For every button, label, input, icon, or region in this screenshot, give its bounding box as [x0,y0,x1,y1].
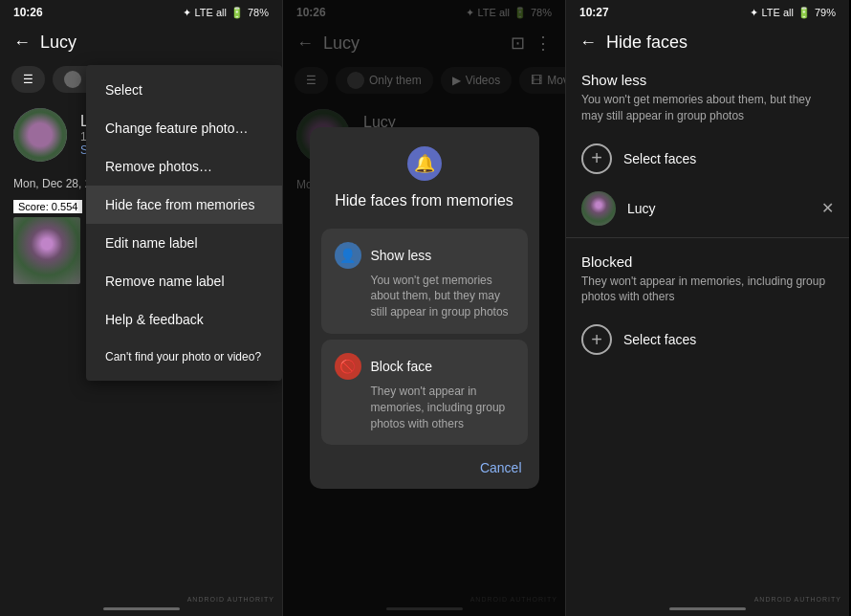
score-badge-1: Score: 0.554 [13,200,82,213]
menu-item-help[interactable]: Help & feedback [86,300,282,339]
select-faces-label-1: Select faces [623,151,696,166]
modal-backdrop: 🔔 Hide faces from memories 👤 Show less Y… [283,0,565,616]
android-authority-1: ANDROID AUTHORITY [187,596,274,603]
battery-text-1: 78% [248,7,269,18]
add-face-button-1[interactable]: + [581,143,612,174]
bell-emoji: 🔔 [414,153,435,174]
block-face-desc: They won't appear in memories, including… [371,384,514,431]
filter-icon: ☰ [23,73,33,86]
menu-item-cant-find[interactable]: Can't find your photo or video? [86,339,282,375]
panel-2: 10:26 ✦ LTE all 🔋 78% ← Lucy ⊡ ⋮ ☰ Only … [283,0,566,616]
blocked-section-desc: They won't appear in memories, including… [566,274,849,316]
show-less-desc: You won't get memories about them, but t… [371,273,514,320]
signal-text-1: LTE all [195,7,227,18]
face-person-close-lucy[interactable]: ✕ [821,199,834,217]
menu-item-hide-face[interactable]: Hide face from memories [86,186,282,224]
nav-title-3: Hide faces [606,33,687,53]
android-authority-3: ANDROID AUTHORITY [754,596,841,603]
status-time-3: 10:27 [579,6,609,19]
photo-thumb-1[interactable] [13,217,80,284]
face-person-avatar-lucy [581,191,616,226]
battery-text-3: 79% [815,7,836,18]
back-button-1[interactable]: ← [13,33,31,53]
divider-1 [566,237,849,238]
menu-item-remove-name[interactable]: Remove name label [86,262,282,300]
hide-faces-modal: 🔔 Hide faces from memories 👤 Show less Y… [310,127,539,490]
modal-bell-icon: 🔔 [407,146,442,181]
modal-header: 🔔 [310,127,539,192]
top-nav-1: ← Lucy [0,25,282,60]
face-person-name-lucy: Lucy [627,201,810,216]
menu-item-edit-name[interactable]: Edit name label [86,224,282,262]
face-person-row-lucy: Lucy ✕ [566,184,849,233]
block-emoji: 🚫 [339,359,356,374]
show-less-section-title: Show less [566,60,849,92]
context-menu-1: Select Change feature photo… Remove phot… [86,65,282,381]
status-bar-1: 10:26 ✦ LTE all 🔋 78% [0,0,282,25]
select-faces-row-2[interactable]: + Select faces [566,315,849,364]
wifi-icon-3: ✦ [750,7,758,19]
status-bar-3: 10:27 ✦ LTE all 🔋 79% [566,0,849,25]
blocked-section-title: Blocked [566,242,849,274]
block-icon: 🚫 [335,353,361,380]
menu-item-select[interactable]: Select [86,71,282,109]
avatar-image-1 [13,108,67,162]
person-icon: 👤 [339,248,356,263]
modal-option-show-less[interactable]: 👤 Show less You won't get memories about… [321,229,528,334]
modal-option-block-face[interactable]: 🚫 Block face They won't appear in memori… [321,340,528,445]
select-faces-label-2: Select faces [623,332,696,347]
wifi-icon: ✦ [183,7,191,19]
select-faces-row-1[interactable]: + Select faces [566,134,849,184]
show-less-label: Show less [371,248,432,263]
person-avatar-1 [13,108,67,162]
battery-icon-3: 🔋 [797,7,811,19]
top-nav-3: ← Hide faces [566,25,849,60]
chip-filter-icon[interactable]: ☰ [11,66,45,93]
show-less-icon: 👤 [335,242,361,269]
chip-avatar-1 [64,71,81,88]
bottom-bar-3 [669,607,746,610]
menu-item-change-feature[interactable]: Change feature photo… [86,109,282,147]
bottom-bar-1 [103,607,180,610]
menu-item-remove-photos[interactable]: Remove photos… [86,147,282,186]
photo-thumb-image-1 [13,217,80,284]
status-icons-1: ✦ LTE all 🔋 78% [183,7,269,19]
status-icons-3: ✦ LTE all 🔋 79% [750,7,836,19]
back-button-3[interactable]: ← [579,33,597,53]
panel-3: 10:27 ✦ LTE all 🔋 79% ← Hide faces Show … [566,0,849,616]
status-time-1: 10:26 [13,6,43,19]
block-face-label: Block face [371,359,433,374]
modal-title: Hide faces from memories [310,192,539,223]
nav-title-1: Lucy [40,33,76,53]
signal-text-3: LTE all [762,7,794,18]
battery-icon-1: 🔋 [230,7,244,19]
panel-1: 10:26 ✦ LTE all 🔋 78% ← Lucy ☰ Only the … [0,0,283,616]
show-less-section-desc: You won't get memories about them, but t… [566,92,849,134]
add-face-button-2[interactable]: + [581,324,612,355]
modal-option-block-face-title: 🚫 Block face [335,353,514,380]
modal-cancel-button[interactable]: Cancel [310,451,539,481]
modal-option-show-less-title: 👤 Show less [335,242,514,269]
